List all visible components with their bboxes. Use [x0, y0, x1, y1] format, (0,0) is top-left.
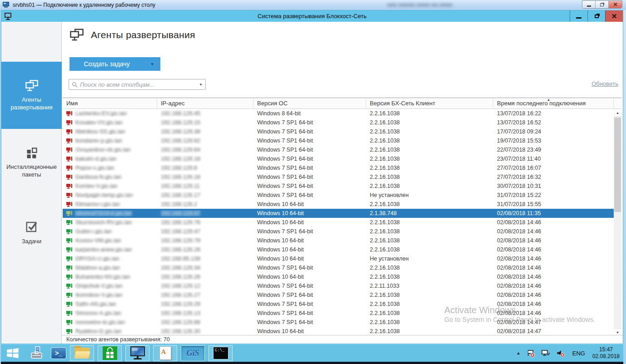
command-prompt-icon: ··· C:\_	[213, 347, 229, 359]
agent-ip: 192.168.129.12	[161, 283, 200, 289]
table-row[interactable]: Buharenko-NV.gis.lan 192.168.126.26 Wind…	[63, 272, 621, 281]
powershell-button[interactable]: >_	[47, 345, 70, 361]
rdp-minimize-button[interactable]	[582, 1, 596, 8]
table-row[interactable]: bondarev-p.gis.lan 192.168.129.62 Window…	[63, 136, 621, 145]
table-row[interactable]: Gubin-i.gis.lan 192.168.129.47 Windows 7…	[63, 227, 621, 236]
app-close-button[interactable]: ✕	[605, 10, 623, 22]
monitors-icon	[25, 79, 39, 92]
table-row[interactable]: karpenko-anew.gis.lan 192.168.126.28 Win…	[63, 245, 621, 254]
agent-os: Windows 7 SP1 64-bit	[253, 319, 366, 325]
agent-os: Windows 7 SP1 64-bit	[253, 165, 366, 171]
table-row[interactable]: Novlyagin-temp.gis.lan 192.168.126.17 Wi…	[63, 191, 621, 200]
wordpad-button[interactable]: A	[153, 345, 177, 361]
language-indicator[interactable]: ENG	[572, 350, 585, 357]
wordpad-icon: A	[159, 346, 171, 360]
table-row[interactable]: Komlev-V.gis.lan 192.168.129.11 Windows …	[63, 182, 621, 191]
table-scrollbar[interactable]: ▲ ▼	[614, 109, 621, 336]
create-task-dropdown[interactable]: ▼	[144, 57, 160, 71]
search-input[interactable]	[80, 81, 199, 88]
agent-os: Windows 10 64-bit	[253, 256, 366, 262]
agent-name: Ikonnikov-V.gis.lan	[75, 292, 123, 298]
scrollbar-thumb[interactable]	[614, 118, 621, 212]
table-header: Имя IP-адрес Версия ОС Версия БХ-Сеть Кл…	[63, 98, 621, 109]
table-row[interactable]: Onipchuk-V.gis.lan 192.168.129.12 Window…	[63, 281, 621, 290]
agent-client-version: 2.2.16.1038	[366, 292, 493, 298]
sidebar-item-label: Агенты развертывания	[3, 96, 60, 111]
agent-name: Lashenko-EV.gis.lan	[75, 110, 127, 117]
table-row[interactable]: Danilova-N.gis.lan 192.168.126.18 Window…	[63, 172, 621, 182]
agent-last-seen: 30/07/2018 10:31	[493, 183, 621, 189]
agent-os: Windows 10 64-bit	[253, 201, 366, 207]
app-minimize-button[interactable]	[570, 10, 587, 22]
table-row[interactable]: Simonov-A.gis.lan 192.168.126.13 Windows…	[63, 309, 621, 318]
rdp-close-button[interactable]: ✕	[609, 1, 622, 8]
sidebar-item-deployment-agents[interactable]: Агенты развертывания	[1, 62, 62, 129]
network-icon[interactable]	[541, 349, 550, 357]
sidebar-item-tasks[interactable]: Задачи	[1, 212, 62, 253]
agent-os: Windows 7 SP1 64-bit	[253, 301, 366, 307]
table-row[interactable]: Lashenko-EV.gis.lan 192.168.129.45 Windo…	[63, 109, 621, 118]
table-row[interactable]: novoselov-ki.gis.lan 192.168.129.88 Wind…	[63, 318, 621, 327]
start-button[interactable]	[5, 345, 20, 361]
create-task-button[interactable]: Создать задачу ▼	[70, 57, 160, 71]
agent-os: Windows 7 SP1 64-bit	[253, 265, 366, 271]
table-row[interactable]: Safin-AN.gis.lan 192.168.129.29 Windows …	[63, 300, 621, 309]
column-header-name[interactable]: Имя	[63, 98, 157, 108]
file-explorer-button[interactable]	[70, 345, 94, 361]
table-row[interactable]: Malahov-a.gis.lan 192.168.129.34 Windows…	[63, 263, 621, 272]
table-row[interactable]: Klimanov-i.gis.lan 192.168.126.2 Windows…	[63, 200, 621, 209]
table-row[interactable]: Kostov-VM.gis.lan 192.168.129.79 Windows…	[63, 236, 621, 245]
rdp-restore-button[interactable]	[596, 1, 609, 8]
agent-client-version: 2.2.16.1038	[366, 110, 493, 117]
agent-name: Skurstovich-RV.gis.lan	[75, 219, 132, 226]
search-dropdown-icon[interactable]: ▼	[199, 83, 203, 87]
table-row[interactable]: Kovalev-VV.gis.lan 192.168.129.15 Window…	[63, 118, 621, 127]
column-header-last-seen[interactable]: ▲ Время последнего подключения	[493, 98, 614, 108]
agent-os: Windows 8 64-bit	[253, 110, 366, 117]
gis-app-button[interactable]: GiS	[181, 345, 205, 361]
agent-ip: 192.168.129.67	[161, 210, 200, 216]
taskbar-clock[interactable]: 15:47 02.08.2018	[592, 346, 620, 360]
column-header-client-version[interactable]: Версия БХ-Сеть Клиент	[366, 98, 493, 108]
agents-table: Имя IP-адрес Версия ОС Версия БХ-Сеть Кл…	[63, 98, 621, 336]
agent-os: Windows 7 SP1 64-bit	[253, 283, 366, 289]
app-restore-button[interactable]	[587, 10, 605, 22]
server-manager-button[interactable]	[26, 345, 47, 361]
system-tray: ▲	[511, 344, 623, 362]
agent-os: Windows 7 SP1 64-bit	[253, 147, 366, 153]
table-row[interactable]: Ovsyanikov-vb.gis.lan 192.168.129.64 Win…	[63, 145, 621, 154]
agent-name: Komlev-V.gis.lan	[75, 183, 118, 189]
action-center-flag-icon[interactable]	[527, 349, 535, 358]
refresh-link[interactable]: Обновить	[591, 80, 618, 87]
table-row[interactable]: bakulin-d.gis.lan 192.168.129.18 Windows…	[63, 154, 621, 163]
table-row[interactable]: Skurstovich-RV.gis.lan 192.168.129.76 Wi…	[63, 218, 621, 227]
agent-status-icon	[66, 183, 72, 189]
column-header-ip[interactable]: IP-адрес	[157, 98, 253, 108]
table-row[interactable]: Popov-s.gis.lan 192.168.129.8 Windows 7 …	[63, 163, 621, 172]
agent-status-icon	[66, 165, 72, 171]
agent-client-version: Не установлен	[366, 192, 493, 198]
windows-store-button[interactable]	[98, 345, 122, 361]
agent-status-icon	[66, 329, 72, 334]
agent-last-seen: 23/07/2018 11:40	[493, 156, 621, 162]
column-header-os[interactable]: Версия ОС	[253, 98, 366, 108]
agent-status-icon	[66, 238, 72, 244]
scroll-up-button[interactable]: ▲	[614, 109, 621, 117]
volume-muted-icon[interactable]	[556, 349, 565, 358]
table-row[interactable]: Melnikov-SS.gis.lan 192.168.129.38 Windo…	[63, 127, 621, 136]
agent-os: Windows 7 SP1 64-bit	[253, 228, 366, 235]
agent-name: bondarev-p.gis.lan	[75, 138, 122, 144]
table-row[interactable]: Ryabkov-D.gis.lan 192.168.126.30 Windows…	[63, 327, 621, 336]
display-app-button[interactable]	[125, 345, 149, 361]
tray-expand-icon[interactable]: ▲	[517, 351, 521, 355]
agent-client-version: 2.2.16.1038	[366, 328, 493, 334]
command-prompt-button[interactable]: ··· C:\_	[209, 345, 233, 361]
agent-ip: 192.168.129.38	[161, 128, 200, 135]
agent-os: Windows 10 64-bit	[253, 274, 366, 280]
search-box: ▼	[69, 79, 206, 90]
table-row[interactable]: DRYGA-U.gis.lan 192.168.65.138 Windows 1…	[63, 254, 621, 263]
agent-ip: 192.168.129.8	[161, 165, 197, 171]
table-row[interactable]: Ikonnikov-V.gis.lan 192.168.126.27 Windo…	[63, 290, 621, 300]
sidebar-item-installation-packages[interactable]: Инсталляционные пакеты	[1, 139, 62, 186]
table-row[interactable]: kibshnd73i19-d.gis.lan 192.168.129.67 Wi…	[63, 209, 621, 218]
